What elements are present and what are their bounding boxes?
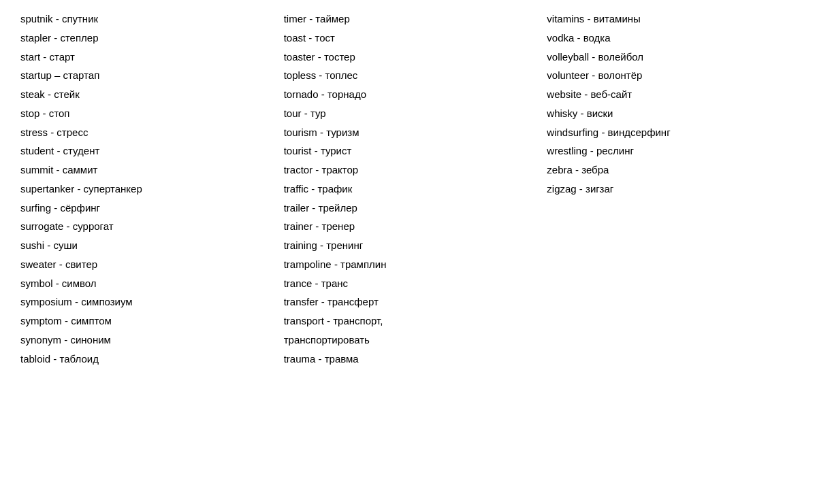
list-item: traffic - трафик (284, 180, 534, 199)
word-russian: водка (583, 32, 611, 44)
word-separator: - (315, 51, 324, 63)
word-separator: - (53, 13, 62, 24)
column-col2: timer - таймерtoast - тостtoaster - тост… (277, 7, 541, 371)
word-english: synonym (20, 334, 61, 346)
word-russian: веб-сайт (591, 88, 632, 100)
word-russian: тур (310, 107, 326, 119)
word-russian: стоп (49, 107, 70, 119)
list-item: vitamins - витамины (547, 10, 797, 29)
word-russian: сёрфинг (60, 202, 100, 214)
word-separator: - (54, 145, 63, 156)
word-separator: - (332, 258, 340, 270)
word-russian: тост (315, 32, 335, 44)
word-separator: - (309, 202, 318, 214)
list-item: toaster - тостер (284, 48, 534, 67)
list-item: sweater - свитер (20, 255, 270, 274)
word-russian: трейлер (319, 202, 357, 214)
word-russian: супертанкер (84, 183, 142, 195)
word-separator: - (589, 51, 598, 63)
word-english: stop (20, 107, 39, 119)
word-english: start (20, 51, 40, 63)
word-separator: - (48, 127, 57, 138)
list-item: student - студент (20, 141, 270, 161)
word-russian: трансферт (327, 296, 379, 307)
word-russian: туризм (326, 127, 359, 138)
word-english: transfer (284, 296, 319, 307)
word-separator: - (306, 32, 315, 44)
word-english: tractor (284, 164, 313, 175)
word-english: tourist (284, 145, 312, 156)
word-english: zebra (547, 164, 573, 175)
word-separator: - (577, 107, 586, 119)
word-russian: симпозиум (81, 296, 132, 307)
list-item: transfer - трансферт (284, 292, 534, 312)
list-item: trainer - тренер (284, 217, 534, 236)
list-item: summit - саммит (20, 161, 270, 180)
word-russian: таблоид (60, 353, 99, 365)
word-separator: - (39, 107, 48, 119)
list-item: tourism - туризм (284, 123, 534, 142)
list-item: training - тренинг (284, 236, 534, 255)
word-russian: стейк (54, 88, 80, 100)
word-russian: турист (321, 145, 351, 156)
list-item: symptom - симптом (20, 312, 270, 331)
word-russian: спутник (62, 13, 98, 24)
list-item: start - старт (20, 48, 270, 67)
word-separator: - (313, 220, 321, 232)
list-item: topless - топлес (284, 66, 534, 85)
word-english: vitamins (547, 13, 584, 24)
list-item: wrestling - реслинг (547, 141, 797, 161)
word-english: tabloid (20, 353, 50, 365)
word-english: timer (284, 13, 306, 24)
word-russian: тостер (324, 51, 355, 63)
word-russian: торнадо (327, 88, 366, 100)
word-english: toaster (284, 51, 315, 63)
list-item: stress - стресс (20, 123, 270, 142)
word-separator: - (45, 88, 54, 100)
word-separator: - (317, 239, 326, 251)
word-russian: топлес (325, 69, 358, 81)
list-item: sputnik - спутник (20, 10, 270, 29)
word-english: tour (284, 107, 302, 119)
word-russian: волейбол (598, 51, 643, 63)
word-english: symposium (20, 296, 72, 307)
word-english: wrestling (547, 145, 587, 156)
word-separator: - (302, 107, 310, 119)
word-english: supertanker (20, 183, 74, 195)
word-russian: степлер (60, 32, 98, 44)
word-separator: - (316, 69, 325, 81)
word-english: stress (20, 127, 48, 138)
word-separator: - (57, 258, 65, 270)
word-separator: - (319, 296, 327, 307)
list-item: trauma - травма (284, 350, 534, 369)
list-item: tourist - турист (284, 141, 534, 161)
word-russian: транспорт, (333, 315, 383, 326)
list-item: surrogate - суррогат (20, 217, 270, 236)
word-russian: таймер (315, 13, 349, 24)
list-item: timer - таймер (284, 10, 534, 29)
list-item: stop - стоп (20, 104, 270, 123)
word-russian: суши (53, 239, 77, 251)
word-english: symptom (20, 315, 62, 326)
word-english: trampoline (284, 258, 332, 270)
word-separator: - (63, 220, 72, 232)
word-english: website (547, 88, 581, 100)
word-english: training (284, 239, 317, 251)
word-separator: - (324, 315, 333, 326)
word-russian: суррогат (73, 220, 114, 232)
word-english: surrogate (20, 220, 63, 232)
list-item: vodka - водка (547, 29, 797, 48)
word-russian: виски (587, 107, 613, 119)
word-english: volleyball (547, 51, 589, 63)
column-col3: vitamins - витаминыvodka - водкаvolleyba… (540, 7, 803, 371)
word-english: steak (20, 88, 45, 100)
list-item: stapler - степлер (20, 29, 270, 48)
word-separator: - (577, 183, 586, 195)
word-english: windsurfing (547, 127, 598, 138)
word-russian: трамплин (340, 258, 386, 270)
main-content: sputnik - спутникstapler - степлерstart … (14, 7, 803, 371)
list-item: tabloid - таблоид (20, 350, 270, 369)
word-separator: - (319, 88, 327, 100)
word-russian: симптом (71, 315, 112, 326)
list-item: toast - тост (284, 29, 534, 48)
